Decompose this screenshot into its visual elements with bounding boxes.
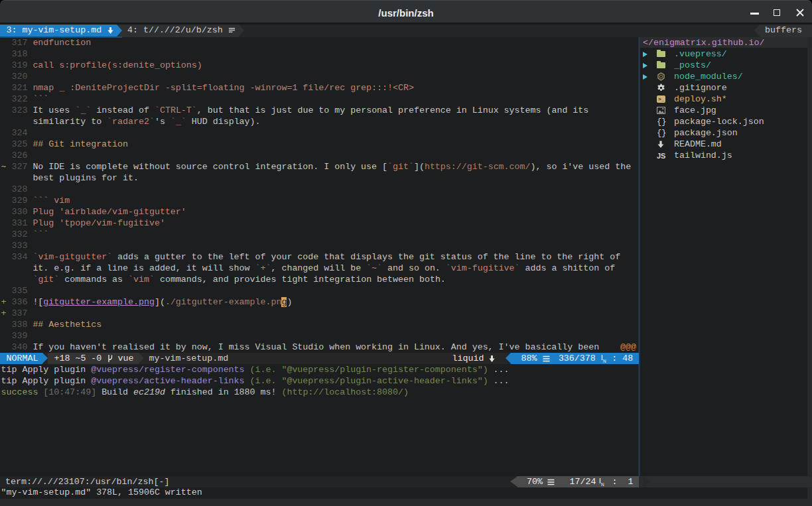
svg-text:N: N xyxy=(601,482,604,487)
svg-text:N: N xyxy=(603,359,606,363)
